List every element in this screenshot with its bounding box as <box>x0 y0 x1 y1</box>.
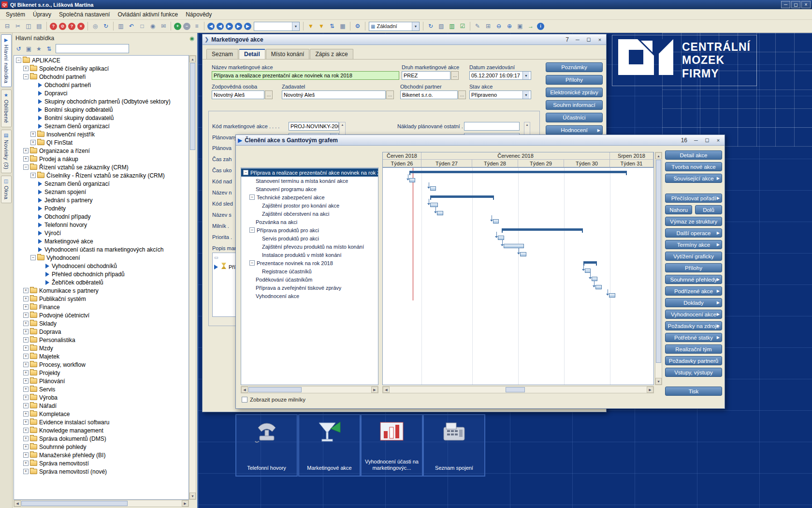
gantt-bar[interactable] <box>592 277 597 281</box>
nav-tree-item[interactable]: Vyhodnocení účasti na marketingových akc… <box>14 245 188 254</box>
nav-tree-item[interactable]: Obchodní partneři <box>14 81 188 89</box>
save-icon[interactable]: ▥ <box>116 22 126 31</box>
nav-tree-item[interactable]: Bonitní skupiny odběratelů <box>14 105 188 114</box>
gantt-tree-item[interactable]: Pozvánka na akci <box>241 218 378 226</box>
mail-icon[interactable]: ✉ <box>159 22 168 31</box>
profile-combo[interactable]: ▦Základní▼ <box>369 22 420 31</box>
button-podrizene-akce[interactable]: Podřízené akce▶ <box>665 286 722 296</box>
button-souhrn-informaci[interactable]: Souhrn informací <box>546 100 603 110</box>
nav-tree-item[interactable]: +Doprava <box>14 328 188 336</box>
show-milestones-checkbox[interactable]: Zobrazit pouze milníky <box>242 397 305 403</box>
expand-icon[interactable]: + <box>23 444 29 449</box>
gantt-bar[interactable] <box>430 203 438 207</box>
reload-icon[interactable]: ↻ <box>426 22 435 31</box>
side-tab-oblibene[interactable]: ★Oblíbené <box>1 90 12 127</box>
nav-tree-item[interactable]: +Správa dokumentů (DMS) <box>14 434 188 443</box>
scroll-right-icon[interactable]: ▶ <box>647 387 653 393</box>
globe-icon[interactable]: ◉ <box>189 35 194 42</box>
button-dalsi-operace[interactable]: Další operace▶ <box>665 228 722 238</box>
button-dolu[interactable]: Dolů <box>695 205 722 214</box>
nav-tree-vscrollbar[interactable]: ▲ ▼ <box>189 55 196 500</box>
nav-tree-item[interactable]: Obchodní případy <box>14 212 188 221</box>
nav-tree-item[interactable]: −Řízení vztahů se zákazníky (CRM) <box>14 163 188 171</box>
close-button[interactable]: × <box>714 136 723 144</box>
scroll-right-icon[interactable]: ▶ <box>371 387 378 393</box>
nav-tree-item[interactable]: Vyhodnocení obchodníků <box>14 262 188 270</box>
scroll-up-icon[interactable]: ▲ <box>189 56 196 62</box>
nazev-input[interactable]: Příprava a realizace prezentační akce no… <box>212 71 399 80</box>
nav-tree-item[interactable]: +Komunikace s partnery <box>14 286 188 295</box>
gantt-bar[interactable] <box>493 219 499 224</box>
pin-icon[interactable]: ◎ <box>90 22 100 31</box>
collapse-icon[interactable]: − <box>30 255 36 260</box>
button-tisk[interactable]: Tisk <box>665 387 722 396</box>
collapse-icon[interactable]: − <box>16 58 21 63</box>
expand-icon[interactable]: + <box>23 148 29 153</box>
expand-icon[interactable]: + <box>30 140 36 145</box>
nav-tree-item[interactable]: +Plánování <box>14 377 188 385</box>
advanced-filter-icon[interactable]: ▦ <box>338 22 348 31</box>
nav-tree-item[interactable]: −APLIKACE <box>14 56 188 64</box>
design-icon[interactable]: ✎ <box>473 22 482 31</box>
tab-misto-konani[interactable]: Místo konání <box>266 49 310 59</box>
side-tab-hlavni-nabidka[interactable]: ▶Hlavní nabídka <box>1 34 12 87</box>
button-terminy-akce[interactable]: Termíny akce▶ <box>665 240 722 249</box>
app-restore-button[interactable]: ◻ <box>791 1 800 8</box>
gantt-tree-hscrollbar[interactable]: ◀ ▶ <box>241 386 378 393</box>
expand-icon[interactable]: + <box>23 345 29 351</box>
nav-tree-item[interactable]: +Majetek <box>14 352 188 360</box>
close-function-icon[interactable]: × <box>77 23 85 30</box>
add-record-icon[interactable]: + <box>174 23 181 30</box>
context-help-icon[interactable]: ? <box>68 23 75 30</box>
button-ucastnici[interactable]: Účastníci <box>546 113 603 122</box>
expand-icon[interactable]: + <box>23 296 29 301</box>
gantt-bar[interactable] <box>437 211 443 215</box>
nav-tree-item[interactable]: Seznam spojení <box>14 188 188 196</box>
sort-icon[interactable]: ⇅ <box>327 22 337 31</box>
button-elektronicke-zpravy[interactable]: Elektronické zprávy <box>546 88 603 97</box>
expand-icon[interactable]: + <box>23 288 29 293</box>
expand-icon[interactable]: + <box>23 436 29 441</box>
button-pozadavky-partneru[interactable]: Požadavky partnerů <box>665 356 722 365</box>
nav-tree-item[interactable]: +Projekty <box>14 369 188 377</box>
gantt-tree-item[interactable]: −Příprava produktů pro akci <box>241 226 378 234</box>
button-prilohy[interactable]: Přílohy <box>546 75 603 85</box>
nav-tree-item[interactable]: Jednání s partnery <box>14 196 188 204</box>
button-hodnoceni[interactable]: Hodnocení▶ <box>546 125 603 135</box>
nav-tree-item[interactable]: +Správa nemovitostí <box>14 459 188 467</box>
gantt-bar[interactable] <box>585 269 591 273</box>
last-record-icon[interactable]: ▶ <box>235 23 242 30</box>
menu-item-upravy[interactable]: Úpravy <box>29 10 55 19</box>
button-vyhodnoceni-akce[interactable]: Vyhodnocení akce▶ <box>665 310 722 319</box>
nav-tree-item[interactable]: Přehled obchodních případů <box>14 270 188 278</box>
expand-icon[interactable]: + <box>23 378 29 384</box>
maximize-button[interactable]: ◻ <box>584 36 593 44</box>
expand-icon[interactable]: + <box>23 337 29 343</box>
expand-icon[interactable]: + <box>23 469 29 474</box>
checkbox-icon[interactable] <box>242 397 247 403</box>
zoom-in-icon[interactable]: ⊕ <box>505 22 514 31</box>
ellipsis-button[interactable]: … <box>265 90 273 99</box>
expand-icon[interactable]: + <box>23 304 29 310</box>
nav-tree-item[interactable]: Bonitní skupiny dodavatelů <box>14 114 188 122</box>
nav-tree-item[interactable]: +Evidence instalací softwaru <box>14 418 188 426</box>
expand-icon[interactable]: + <box>23 403 29 408</box>
side-tab-novinky-3[interactable]: ▤Novinky (3) <box>1 130 12 173</box>
expand-icon[interactable]: + <box>23 411 29 417</box>
gantt-bar[interactable] <box>595 285 602 289</box>
nav-tree-item[interactable]: +Publikační systém <box>14 295 188 303</box>
gantt-vscrollbar[interactable]: ▲ ▼ <box>655 152 662 385</box>
desktop-shortcut-vyhodnoceni-ucasti-na-marketingovyc[interactable]: Vyhodnocení účasti na marketingovýc... <box>361 414 423 477</box>
nav-tree-item[interactable]: +Mzdy <box>14 344 188 352</box>
expand-icon[interactable]: + <box>23 461 29 466</box>
filter-cancel-icon[interactable]: ▼ <box>317 22 326 31</box>
nav-tree-item[interactable]: Marketingové akce <box>14 237 188 245</box>
gantt-tree-item[interactable]: Zajištění občerstvení na akci <box>241 209 378 218</box>
gantt-bar[interactable] <box>498 236 504 240</box>
scrollbar-thumb[interactable] <box>248 387 302 392</box>
nav-tree-item[interactable]: +Sklady <box>14 319 188 328</box>
nav-tree-item[interactable]: +Číselníky - Řízení vztahů se zákazníky … <box>14 171 188 179</box>
button-tvorba-nove-akce[interactable]: Tvorba nové akce <box>665 162 722 171</box>
expand-icon[interactable]: + <box>23 370 29 375</box>
scrollbar-thumb[interactable] <box>656 160 661 363</box>
